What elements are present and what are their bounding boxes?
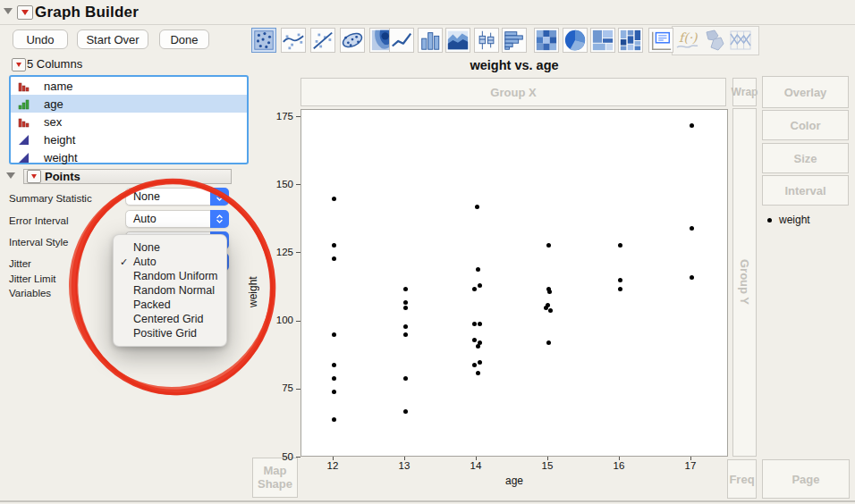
size-drop-zone[interactable]: Size (762, 143, 849, 173)
menu-item-none[interactable]: None (114, 240, 226, 255)
legend-item-weight[interactable]: weight (767, 214, 810, 226)
scatter-point[interactable] (332, 256, 336, 261)
x-tick-mark (547, 457, 548, 460)
mosaic-chart-icon[interactable] (618, 28, 643, 53)
scatter-point[interactable] (618, 243, 622, 248)
column-item-height[interactable]: height (11, 130, 247, 148)
scatter-point[interactable] (618, 287, 622, 291)
menu-item-random-normal[interactable]: Random Normal (114, 283, 226, 298)
menu-item-random-uniform[interactable]: Random Uniform (114, 269, 226, 283)
scatter-point[interactable] (332, 390, 336, 394)
bar-chart-icon[interactable] (418, 28, 443, 53)
histogram-chart-icon[interactable] (502, 28, 527, 53)
scatter-point[interactable] (332, 197, 336, 201)
points-disclosure-icon[interactable] (6, 172, 15, 179)
y-tick-mark (296, 116, 301, 117)
scatter-point[interactable] (547, 290, 552, 294)
wrap-drop-zone[interactable]: Wrap (732, 78, 757, 106)
scatter-point[interactable] (403, 306, 408, 310)
red-triangle-menu-icon[interactable] (17, 5, 33, 20)
variables-label: Variables (9, 288, 51, 298)
y-tick-mark (296, 389, 301, 390)
svg-text:f(·): f(·) (679, 30, 698, 45)
caption-box-chart-icon[interactable] (648, 28, 673, 53)
scatter-point[interactable] (472, 338, 477, 342)
menu-item-positive-grid[interactable]: Positive Grid (114, 326, 226, 340)
x-tick-mark (690, 457, 691, 460)
smoother-chart-icon[interactable] (281, 28, 306, 53)
scatter-point[interactable] (476, 371, 480, 375)
scatter-point[interactable] (478, 322, 482, 326)
column-item-weight[interactable]: weight (11, 148, 247, 166)
scatter-point[interactable] (476, 267, 480, 272)
scatter-point[interactable] (332, 417, 336, 422)
x-tick-label: 14 (458, 460, 494, 471)
color-drop-zone[interactable]: Color (762, 110, 849, 140)
scatter-point[interactable] (403, 409, 408, 414)
x-tick-mark (476, 457, 477, 460)
scatter-point[interactable] (478, 283, 482, 288)
scatter-point[interactable] (690, 226, 694, 231)
scatter-point[interactable] (548, 308, 553, 313)
columns-red-triangle-menu-icon[interactable] (12, 58, 26, 71)
area-chart-icon[interactable] (445, 28, 470, 53)
scatter-point[interactable] (690, 275, 694, 280)
page-drop-zone[interactable]: Page (762, 459, 850, 499)
summary-statistic-select[interactable]: None (125, 188, 229, 206)
scatter-point[interactable] (472, 322, 477, 326)
scatter-point[interactable] (546, 243, 551, 248)
group-x-drop-zone[interactable]: Group X (301, 78, 726, 106)
undo-button[interactable]: Undo (13, 29, 68, 49)
line-chart-icon[interactable] (389, 28, 414, 53)
scatter-point[interactable] (546, 303, 550, 307)
menu-item-label: Auto (133, 256, 157, 268)
error-interval-select[interactable]: Auto (125, 210, 229, 228)
scatter-point[interactable] (403, 332, 408, 337)
points-red-triangle-menu-icon[interactable] (27, 170, 41, 183)
scatter-point[interactable] (403, 287, 408, 291)
line-of-fit-chart-icon[interactable] (310, 28, 335, 53)
scatter-point[interactable] (332, 363, 336, 367)
scatter-point[interactable] (332, 332, 336, 337)
map-shape-drop-zone[interactable]: Map Shape (252, 458, 298, 498)
scatter-point[interactable] (403, 300, 408, 305)
y-tick-mark (296, 457, 301, 458)
scatter-point[interactable] (690, 123, 694, 128)
scatter-point[interactable] (478, 360, 482, 365)
start-over-button[interactable]: Start Over (77, 29, 148, 49)
menu-item-packed[interactable]: Packed (114, 298, 226, 312)
scatter-point[interactable] (475, 205, 479, 209)
scatter-point[interactable] (546, 340, 551, 345)
plot-area[interactable] (301, 109, 728, 457)
ordinal-column-icon (18, 98, 37, 110)
scatter-point[interactable] (472, 363, 477, 367)
scatter-point[interactable] (618, 278, 622, 282)
done-button[interactable]: Done (159, 29, 209, 49)
menu-item-auto[interactable]: ✓Auto (114, 255, 226, 269)
column-item-age[interactable]: age (11, 95, 247, 113)
freq-drop-zone[interactable]: Freq (727, 459, 757, 499)
scatter-point[interactable] (403, 376, 408, 381)
interval-drop-zone[interactable]: Interval (762, 175, 849, 206)
treemap-chart-icon[interactable] (590, 28, 615, 53)
group-y-drop-zone[interactable]: Group Y (732, 108, 757, 457)
ellipse-chart-icon[interactable] (340, 28, 365, 53)
y-tick-label: 125 (267, 247, 293, 257)
menu-item-label: Random Uniform (133, 270, 217, 282)
heatmap-chart-icon[interactable] (534, 28, 559, 53)
checkmark-icon: ✓ (120, 255, 128, 269)
scatter-point[interactable] (472, 287, 477, 291)
scatter-point[interactable] (403, 324, 408, 329)
x-tick-label: 17 (673, 460, 708, 471)
menu-item-centered-grid[interactable]: Centered Grid (114, 312, 226, 326)
overlay-drop-zone[interactable]: Overlay (762, 76, 849, 108)
box-plot-chart-icon[interactable] (474, 28, 499, 53)
column-item-name[interactable]: name (11, 77, 247, 95)
column-item-sex[interactable]: sex (11, 113, 247, 130)
continuous-column-icon (18, 134, 37, 146)
outline-disclosure-icon[interactable] (4, 8, 13, 14)
scatter-point[interactable] (332, 376, 336, 381)
points-chart-icon[interactable] (251, 28, 276, 53)
pie-chart-icon[interactable] (563, 28, 588, 53)
scatter-point[interactable] (332, 243, 336, 248)
